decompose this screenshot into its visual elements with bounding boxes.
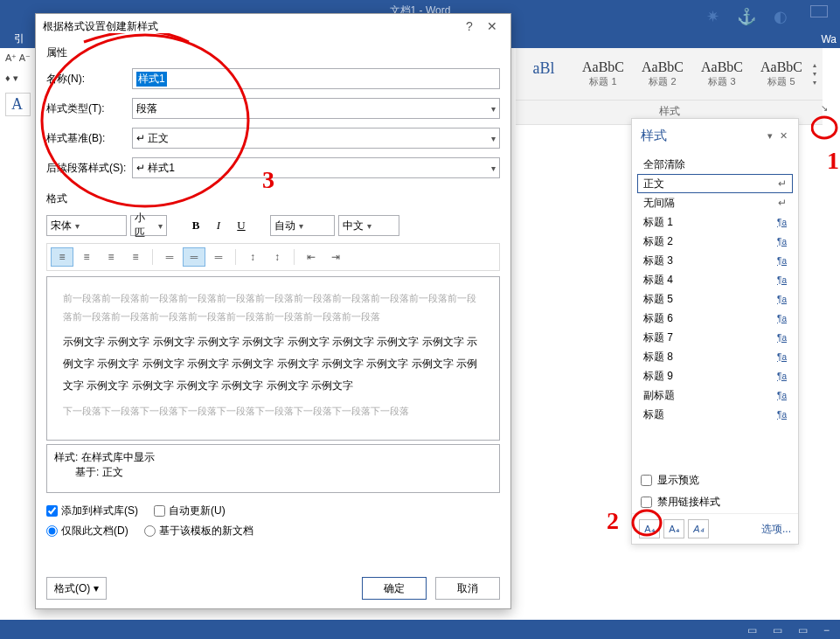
dialog-titlebar: 根据格式设置创建新样式 ? ✕	[36, 14, 510, 38]
size-select[interactable]: 小匹	[130, 215, 167, 236]
font-select[interactable]: 宋体	[46, 215, 127, 236]
print-layout-icon[interactable]: ▭	[773, 624, 782, 636]
style-item[interactable]: 标题 6¶a	[637, 309, 793, 328]
format-menu-button[interactable]: 格式(O) ▾	[46, 577, 107, 600]
style-item[interactable]: 无间隔↵	[637, 193, 793, 212]
ribbon-tab-ref[interactable]: 引	[14, 31, 24, 46]
annotation-label-1: 1	[827, 147, 839, 175]
style-item[interactable]: 标题 3¶a	[637, 251, 793, 270]
pane-menu-icon[interactable]: ▾	[767, 130, 773, 142]
styles-pane: 样式 ▾ ✕ 全部清除 正文↵无间隔↵标题 1¶a标题 2¶a标题 3¶a标题 …	[631, 118, 799, 545]
show-preview-checkbox[interactable]	[641, 475, 652, 486]
gallery-item[interactable]: AaBbC标题 2	[635, 59, 691, 88]
font-group-icon[interactable]: A⁺ A⁻	[5, 52, 31, 64]
type-select[interactable]: 段落	[132, 98, 500, 119]
doc-only-radio[interactable]: 仅限此文档(D)	[46, 524, 128, 538]
text-effect-icon[interactable]: A	[5, 93, 31, 116]
gallery-item[interactable]: AaBbC标题 1	[575, 59, 631, 88]
paragraph-toolbar: ≡ ≡ ≡ ≡ ═ ═ ═ ↕ ↕ ⇤ ⇥	[46, 243, 500, 271]
user-label: Wa	[821, 33, 837, 45]
help-icon[interactable]: ?	[458, 19, 481, 33]
annotation-label-2: 2	[607, 507, 619, 535]
style-item[interactable]: 标题 7¶a	[637, 328, 793, 347]
style-item[interactable]: 标题 5¶a	[637, 289, 793, 309]
style-preview: 前一段落前一段落前一段落前一段落前一段落前一段落前一段落前一段落前一段落前一段落…	[46, 276, 500, 441]
style-item[interactable]: 正文↵	[637, 174, 793, 193]
style-item[interactable]: 标题 1¶a	[637, 212, 793, 232]
read-mode-icon[interactable]: ▭	[747, 624, 757, 636]
space-before-icon[interactable]: ↕	[241, 247, 264, 267]
add-to-gallery-checkbox[interactable]: 添加到样式库(S)	[46, 504, 138, 518]
gallery-item[interactable]: AaBbC标题 5	[753, 59, 809, 88]
name-label: 名称(N):	[46, 72, 132, 87]
italic-button[interactable]: I	[209, 216, 228, 235]
line-space-15-icon[interactable]: ═	[183, 247, 205, 267]
align-right-icon[interactable]: ≡	[100, 247, 122, 267]
color-select[interactable]: 自动	[270, 215, 335, 236]
create-style-dialog: 根据格式设置创建新样式 ? ✕ 属性 名称(N): 样式1 样式类型(T): 段…	[35, 13, 511, 609]
follow-select[interactable]: ↵ 样式1	[132, 157, 500, 178]
base-label: 样式基准(B):	[46, 131, 132, 146]
template-radio[interactable]: 基于该模板的新文档	[144, 524, 253, 538]
section-format: 格式	[46, 191, 500, 206]
underline-button[interactable]: U	[232, 216, 251, 235]
preview-prev-text: 前一段落前一段落前一段落前一段落前一段落前一段落前一段落前一段落前一段落前一段落…	[63, 289, 483, 326]
style-item[interactable]: 标题 9¶a	[637, 366, 793, 385]
close-icon[interactable]: ✕	[481, 19, 503, 33]
style-item[interactable]: 副标题¶a	[637, 385, 793, 405]
style-item[interactable]: 标题 2¶a	[637, 232, 793, 251]
zoom-out-icon[interactable]: −	[823, 624, 830, 636]
styles-dialog-launcher-icon[interactable]: ↘	[821, 103, 828, 113]
pane-close-icon[interactable]: ✕	[780, 130, 788, 142]
type-label: 样式类型(T):	[46, 101, 132, 116]
indent-dec-icon[interactable]: ⇤	[300, 247, 323, 267]
style-item[interactable]: 标题¶a	[637, 405, 793, 424]
line-space-2-icon[interactable]: ═	[207, 247, 230, 267]
dialog-title: 根据格式设置创建新样式	[43, 19, 458, 34]
auto-update-checkbox[interactable]: 自动更新(U)	[154, 504, 226, 518]
styles-gallery: aBlAaBbC标题 1AaBbC标题 2AaBbC标题 3AaBbC标题 5 …	[516, 48, 823, 101]
manage-styles-icon[interactable]: A₄	[688, 519, 709, 538]
new-style-icon[interactable]: A₄	[639, 519, 660, 538]
style-item[interactable]: 标题 8¶a	[637, 347, 793, 366]
gallery-expand-icon[interactable]: ▴▾▾	[813, 61, 816, 87]
style-description: 样式: 在样式库中显示 基于: 正文	[46, 444, 500, 493]
name-input[interactable]: 样式1	[132, 68, 500, 89]
style-inspector-icon[interactable]: A₄	[663, 519, 684, 538]
bold-button[interactable]: B	[186, 216, 205, 235]
style-clear-all[interactable]: 全部清除	[637, 155, 793, 174]
preview-next-text: 下一段落下一段落下一段落下一段落下一段落下一段落下一段落下一段落下一段落	[63, 402, 483, 420]
space-after-icon[interactable]: ↕	[266, 247, 288, 267]
gallery-item[interactable]: aBl	[516, 59, 572, 88]
follow-label: 后续段落样式(S):	[46, 161, 132, 176]
disable-linked-checkbox[interactable]	[641, 497, 652, 508]
window-restore-icon[interactable]	[810, 5, 828, 17]
title-decoration: ✷⚓◐	[706, 7, 788, 26]
ok-button[interactable]: 确定	[362, 577, 427, 600]
align-left-icon[interactable]: ≡	[51, 247, 73, 267]
ribbon-left-icons: A⁺ A⁻ ♦ ▾ A	[5, 52, 31, 116]
section-properties: 属性	[46, 45, 500, 60]
style-item[interactable]: 标题 4¶a	[637, 270, 793, 289]
clear-format-icon[interactable]: ♦ ▾	[5, 73, 31, 84]
cancel-button[interactable]: 取消	[435, 577, 500, 600]
web-layout-icon[interactable]: ▭	[798, 624, 808, 636]
base-select[interactable]: ↵ 正文	[132, 128, 500, 149]
lang-select[interactable]: 中文	[338, 215, 399, 236]
preview-sample-text: 示例文字 示例文字 示例文字 示例文字 示例文字 示例文字 示例文字 示例文字 …	[63, 331, 483, 398]
status-bar	[0, 620, 840, 639]
pane-options-link[interactable]: 选项...	[761, 522, 791, 537]
gallery-item[interactable]: AaBbC标题 3	[694, 59, 750, 88]
pane-title: 样式	[641, 128, 764, 144]
view-buttons: ▭ ▭ ▭ −	[747, 624, 830, 636]
indent-inc-icon[interactable]: ⇥	[324, 247, 347, 267]
align-center-icon[interactable]: ≡	[75, 247, 98, 267]
align-justify-icon[interactable]: ≡	[124, 247, 147, 267]
line-space-1-icon[interactable]: ═	[158, 247, 181, 267]
